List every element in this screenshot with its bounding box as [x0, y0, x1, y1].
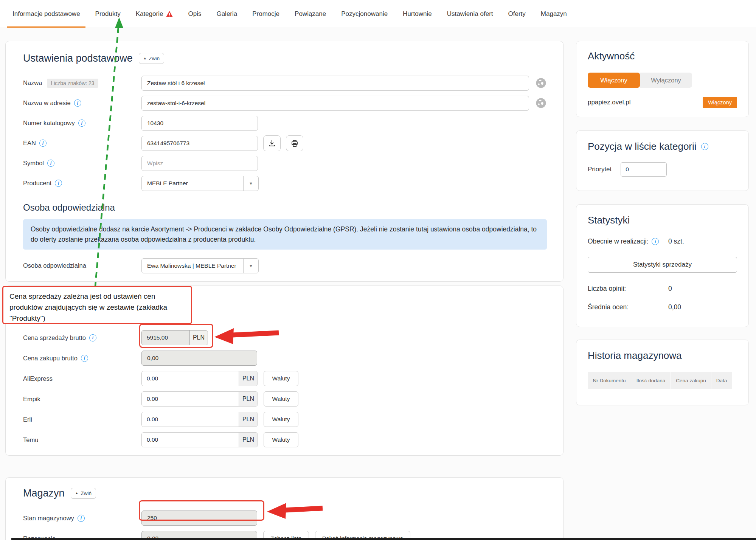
producer-select[interactable]: MEBLE Partner ▼ — [141, 176, 259, 191]
currencies-button[interactable]: Waluty — [264, 371, 298, 386]
marketplace-price-input[interactable] — [142, 371, 239, 386]
tab-hurtownie[interactable]: Hurtownie — [403, 0, 432, 28]
annotation-note-line: "Produkty") — [9, 313, 185, 324]
activity-toggle: Włączony Wyłączony — [588, 73, 692, 88]
annotation-note: Cena sprzedaży zależna jest od ustawień … — [2, 286, 192, 324]
tab-opis[interactable]: Opis — [188, 0, 201, 28]
responsible-info-box: Osoby odpowiedzialne dodasz na karcie As… — [23, 219, 547, 250]
marketplace-price-input[interactable] — [142, 433, 239, 447]
domain-status-badge[interactable]: Włączony — [703, 97, 737, 108]
collapse-warehouse-button[interactable]: ▲ Zwiń — [71, 488, 96, 499]
basic-settings-title: Ustawienia podstawowe — [23, 53, 133, 64]
sales-statistics-button[interactable]: Statystyki sprzedaży — [588, 257, 737, 273]
currencies-button[interactable]: Waluty — [264, 412, 298, 427]
reviews-count-label: Liczba opinii: — [588, 285, 626, 293]
responsible-person-row: Osoba odpowiedzialna Ewa Malinowska | ME… — [23, 256, 546, 276]
bottom-edge-strip — [11, 538, 756, 540]
chevron-down-icon: ▼ — [243, 176, 258, 191]
slug-row: Nazwa w adresie i — [23, 93, 546, 113]
gross-sale-price-label: Cena sprzedaży brutto — [23, 334, 86, 341]
tab-kategorie[interactable]: Kategorie — [136, 0, 173, 28]
name-label: Nazwa — [23, 79, 42, 87]
symbol-input[interactable] — [141, 156, 258, 171]
statistics-card: Statystyki Obecnie w realizacji: i 0 szt… — [576, 204, 749, 327]
tab-magazyn[interactable]: Magazyn — [541, 0, 567, 28]
info-icon[interactable]: i — [652, 238, 659, 245]
info-icon[interactable]: i — [39, 140, 47, 147]
osoby-odpowiedzialne-gpsr-link[interactable]: Osoby Odpowiedzialne (GPSR) — [263, 225, 356, 233]
gross-sale-price-field: 5915,00 PLN — [141, 330, 208, 345]
currency-suffix: PLN — [239, 433, 258, 447]
name-row: Nazwa Liczba znaków: 23 — [23, 73, 546, 93]
currencies-button[interactable]: Waluty — [264, 432, 298, 447]
marketplace-price-row: Empik PLN Waluty — [23, 389, 546, 409]
tab-ustawienia-ofert[interactable]: Ustawienia ofert — [447, 0, 493, 28]
marketplace-price-field: PLN — [141, 391, 258, 407]
globe-icon — [536, 78, 546, 88]
activity-card: Aktywność Włączony Wyłączony ppapiez.ove… — [576, 41, 749, 117]
marketplace-price-field: PLN — [141, 412, 258, 427]
tab-produkty[interactable]: Produkty — [95, 0, 121, 28]
download-ean-button[interactable] — [263, 135, 281, 151]
annotation-note-line: Cena sprzedaży zależna jest od ustawień … — [9, 291, 185, 302]
activity-title: Aktywność — [588, 50, 737, 62]
gross-sale-price-row: Cena sprzedaży brutto i 5915,00 PLN — [23, 327, 546, 348]
collapse-up-icon: ▲ — [75, 491, 79, 495]
asortyment-producenci-link[interactable]: Asortyment -> Producenci — [151, 225, 227, 233]
in-progress-row: Obecnie w realizacji: i 0 szt. — [588, 237, 737, 245]
tab-informacje-podstawowe[interactable]: Informacje podstawowe — [12, 0, 80, 28]
column-header: Cena zakupu — [671, 372, 711, 389]
slug-input[interactable] — [141, 96, 529, 111]
catalog-number-input[interactable] — [141, 116, 258, 131]
info-icon[interactable]: i — [78, 515, 85, 522]
ean-input[interactable] — [141, 136, 258, 151]
gross-purchase-price-input — [141, 351, 257, 366]
info-icon[interactable]: i — [55, 180, 62, 187]
catalog-number-label: Numer katalogowy — [23, 119, 75, 127]
responsible-person-select[interactable]: Ewa Malinowska | MEBLE Partner ▼ — [141, 258, 259, 273]
priority-input[interactable] — [621, 162, 667, 177]
warehouse-title: Magazyn — [23, 487, 65, 499]
basic-settings-card: Ustawienia podstawowe ▲ Zwiń Nazwa Liczb… — [5, 41, 564, 282]
domain-row: ppapiez.ovel.pl Włączony — [588, 97, 737, 108]
currency-suffix: PLN — [239, 412, 258, 427]
gross-sale-price-value: 5915,00 — [142, 331, 189, 345]
currency-suffix: PLN — [239, 392, 258, 406]
tab-powiazane[interactable]: Powiązane — [295, 0, 326, 28]
avg-rating-row: Średnia ocen: 0,00 — [588, 303, 737, 311]
char-count-badge: Liczba znaków: 23 — [47, 79, 98, 88]
tab-pozycjonowanie[interactable]: Pozycjonowanie — [341, 0, 388, 28]
tab-galeria[interactable]: Galeria — [216, 0, 237, 28]
activity-off-button[interactable]: Wyłączony — [640, 73, 692, 88]
print-ean-button[interactable] — [286, 135, 303, 151]
info-icon[interactable]: i — [81, 355, 88, 362]
reviews-count-value: 0 — [668, 285, 737, 293]
collapse-basic-button[interactable]: ▲ Zwiń — [139, 53, 164, 64]
globe-icon — [536, 98, 546, 108]
column-header: Nr Dokumentu — [588, 372, 631, 389]
activity-on-button[interactable]: Włączony — [588, 73, 640, 88]
chevron-down-icon: ▼ — [243, 259, 258, 273]
info-icon[interactable]: i — [74, 99, 81, 107]
statistics-title: Statystyki — [588, 214, 737, 226]
category-position-title: Pozycja w liście kategorii — [588, 141, 697, 152]
ean-row: EAN i — [23, 133, 546, 153]
marketplace-price-input[interactable] — [142, 392, 239, 406]
marketplace-label: AliExpress — [23, 375, 53, 382]
warehouse-card: Magazyn ▲ Zwiń Stan magazynowy i Rezerwa… — [5, 477, 564, 540]
column-header: Ilość dodana — [631, 372, 671, 389]
info-icon[interactable]: i — [47, 160, 54, 167]
warehouse-history-card: Historia magazynowa Nr Dokumentu Ilość d… — [576, 340, 749, 405]
marketplace-price-input[interactable] — [142, 412, 239, 427]
priority-label: Priorytet — [588, 166, 612, 173]
warehouse-history-title: Historia magazynowa — [588, 350, 737, 362]
stock-input — [141, 511, 257, 526]
info-icon[interactable]: i — [78, 119, 85, 127]
currency-suffix: PLN — [189, 331, 208, 345]
tab-promocje[interactable]: Promocje — [252, 0, 279, 28]
currencies-button[interactable]: Waluty — [264, 391, 298, 407]
info-icon[interactable]: i — [701, 143, 708, 150]
tab-oferty[interactable]: Oferty — [508, 0, 526, 28]
name-input[interactable] — [141, 76, 529, 91]
info-icon[interactable]: i — [89, 334, 96, 341]
